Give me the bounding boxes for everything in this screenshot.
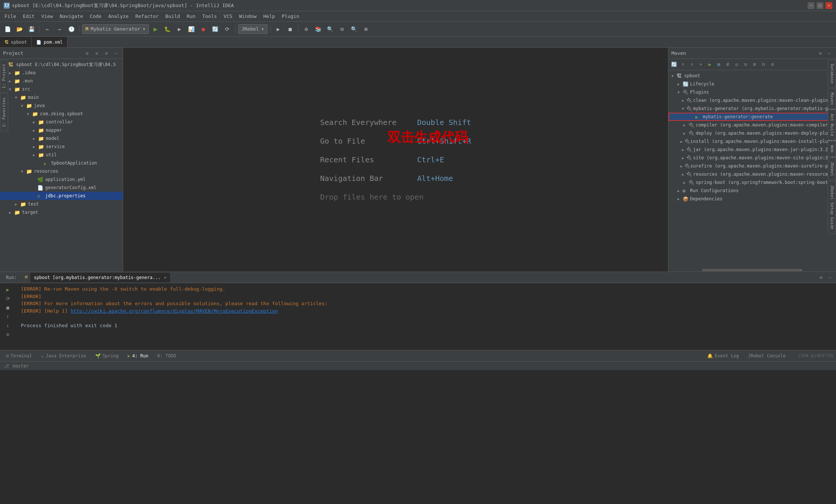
maven-settings-button[interactable]: ⚙ bbox=[817, 50, 824, 57]
open-button[interactable]: 📂 bbox=[14, 24, 25, 34]
project-collapse-all-button[interactable]: ≡ bbox=[93, 50, 100, 57]
tree-item-main[interactable]: ▼ 📁 main bbox=[0, 93, 123, 101]
tree-item-jdbc-props[interactable]: ⚙ jdbc.properties bbox=[0, 192, 123, 200]
footer-tab-java-enterprise[interactable]: ☕ Java Enterprise bbox=[37, 351, 90, 361]
maven-reload-button[interactable]: 🔄 bbox=[670, 60, 678, 69]
maven-item-site[interactable]: ▶ 🔌 site (org.apache.maven.plugins:maven… bbox=[668, 154, 836, 162]
maven-item-run-configs[interactable]: ▶ ⚙ Run Configurations bbox=[668, 187, 836, 195]
footer-tab-jrebel-console[interactable]: JRebel Console bbox=[744, 351, 789, 361]
maven-item-jar[interactable]: ▶ 🔌 jar (org.apache.maven.plugins:maven-… bbox=[668, 145, 836, 154]
maven-item-clean[interactable]: ▶ 🔌 clean (org.apache.maven.plugins:mave… bbox=[668, 96, 836, 104]
bottom-settings-button[interactable]: ⚙ bbox=[817, 274, 825, 281]
footer-tab-event-log[interactable]: 🔔 Event Log bbox=[704, 351, 743, 361]
maven-add-button[interactable]: + bbox=[697, 60, 705, 69]
search-everywhere-button[interactable]: 🔍 bbox=[349, 24, 359, 34]
run-tab-close-icon[interactable]: ✕ bbox=[164, 275, 166, 280]
restore-button[interactable]: □ bbox=[817, 2, 823, 9]
maven-item-deps[interactable]: ▶ 📦 Dependencies bbox=[668, 195, 836, 203]
stop-button-console[interactable]: ■ bbox=[4, 303, 12, 312]
side-tab-database[interactable]: Database bbox=[828, 60, 836, 88]
run-with-coverage-button[interactable]: ▶ bbox=[174, 24, 185, 34]
project-gear-button[interactable]: ⚙ bbox=[103, 50, 110, 57]
scroll-down-button[interactable]: ↓ bbox=[4, 321, 12, 329]
tree-item-util[interactable]: ▶ 📁 util bbox=[0, 151, 123, 159]
maven-item-install[interactable]: ▶ 🔌 install (org.apache.maven.plugins:ma… bbox=[668, 137, 836, 145]
bottom-close-button[interactable]: — bbox=[826, 274, 834, 281]
maven-lifecycle-button[interactable]: ≡ bbox=[742, 60, 750, 69]
jrebel-dropdown[interactable]: JRebel ▾ bbox=[238, 24, 268, 34]
side-tab-jrebel[interactable]: JRebel bbox=[828, 157, 836, 181]
close-button[interactable]: ✕ bbox=[826, 2, 832, 9]
maven-item-resources[interactable]: ▶ 🔌 resources (org.apache.maven.plugins:… bbox=[668, 170, 836, 178]
maven-expand-button[interactable]: ⊞ bbox=[751, 60, 759, 69]
menu-window[interactable]: Window bbox=[236, 12, 260, 20]
wrap-output-button[interactable]: ≡ bbox=[4, 330, 12, 338]
stop-process-button[interactable]: ■ bbox=[285, 24, 296, 34]
settings-button[interactable]: ⚙ bbox=[301, 24, 312, 34]
terminal-button[interactable]: ⊡ bbox=[337, 24, 347, 34]
project-settings-button[interactable]: ⚙ bbox=[83, 50, 91, 57]
run-button-console[interactable]: ▶ bbox=[4, 285, 12, 294]
maven-download-src-button[interactable]: ⬇ bbox=[688, 60, 696, 69]
forward-button[interactable]: → bbox=[54, 24, 65, 34]
maven-item-plugins[interactable]: ▼ 🔌 Plugins bbox=[668, 88, 836, 96]
project-close-button[interactable]: — bbox=[112, 50, 120, 57]
run-button[interactable]: ▶ bbox=[150, 24, 161, 34]
menu-edit[interactable]: Edit bbox=[20, 12, 37, 20]
maven-item-generate[interactable]: ▶ mybatis-generator:generate bbox=[668, 113, 836, 121]
maven-run-button[interactable]: ▶ bbox=[706, 60, 714, 69]
menu-navigate[interactable]: Navigate bbox=[57, 12, 86, 20]
footer-tab-spring[interactable]: 🌱 Spring bbox=[91, 351, 122, 361]
side-tab-favorites[interactable]: 2: Favorites bbox=[0, 93, 8, 131]
side-tab-maven[interactable]: Maven bbox=[828, 88, 836, 109]
maven-toggle-offline-button[interactable]: ◎ bbox=[733, 60, 741, 69]
menu-plugin[interactable]: Plugin bbox=[279, 12, 302, 20]
tree-item-test[interactable]: ▶ 📁 test bbox=[0, 200, 123, 208]
recent-button[interactable]: 🕐 bbox=[66, 24, 77, 34]
footer-tab-run[interactable]: ▶ 4: Run bbox=[124, 351, 152, 361]
tree-item-mapper[interactable]: ▶ 📁 mapper bbox=[0, 126, 123, 134]
tree-item-package[interactable]: ▼ 📁 com.zking.spboot bbox=[0, 110, 123, 118]
run-maven-button[interactable]: ▶ bbox=[273, 24, 284, 34]
maven-close-button[interactable]: — bbox=[826, 50, 833, 57]
maven-m-button[interactable]: m bbox=[715, 60, 723, 69]
tree-item-application-yml[interactable]: 🌿 application.yml bbox=[0, 175, 123, 184]
new-file-button[interactable]: 📄 bbox=[2, 24, 13, 34]
menu-analyze[interactable]: Analyze bbox=[105, 12, 132, 20]
tab-spboot[interactable]: 🏗 spboot bbox=[0, 37, 32, 47]
profile-button[interactable]: 📊 bbox=[186, 24, 197, 34]
tab-pom-xml[interactable]: 📄 pom.xml bbox=[32, 37, 68, 47]
back-button[interactable]: ← bbox=[42, 24, 53, 34]
tree-item-idea[interactable]: ▶ 📁 .idea bbox=[0, 69, 123, 77]
customize-button[interactable]: ⊞ bbox=[361, 24, 371, 34]
menu-file[interactable]: File bbox=[1, 12, 19, 20]
run-config-dropdown[interactable]: M Mybatis Generator ▾ bbox=[82, 24, 149, 34]
tree-item-model[interactable]: ▶ 📁 model bbox=[0, 134, 123, 143]
side-tab-ant-build[interactable]: Ant Build bbox=[828, 110, 836, 140]
maven-item-spboot[interactable]: ▼ 🏗 spboot bbox=[668, 72, 836, 80]
side-tab-project[interactable]: 1: Project bbox=[0, 60, 8, 93]
save-button[interactable]: 💾 bbox=[26, 24, 37, 34]
stop-button[interactable]: ■ bbox=[198, 24, 209, 34]
tree-item-spboot[interactable]: ▼ 🏗 spboot E:\cdl\04.SpringBoot复习课\04.S bbox=[0, 60, 123, 69]
maven-download-button[interactable]: ⬇ bbox=[679, 60, 687, 69]
maven-item-spring-boot[interactable]: ▶ 🔌 spring-boot (org.springframework.boo… bbox=[668, 178, 836, 187]
footer-tab-todo[interactable]: 6: TODO bbox=[154, 351, 180, 361]
tree-item-mvn[interactable]: ▶ 📁 .mvn bbox=[0, 77, 123, 85]
side-tab-web[interactable]: Web bbox=[828, 141, 836, 157]
menu-view[interactable]: View bbox=[38, 12, 56, 20]
tree-item-spboot-app[interactable]: ☕ SpbootApplication bbox=[0, 159, 123, 167]
bottom-tab-run[interactable]: spboot [org.mybatis.generator:mybatis-ge… bbox=[30, 273, 171, 282]
side-tab-jrebel-setup[interactable]: JRebel Setup Guide bbox=[828, 181, 836, 234]
maven-collapse-button[interactable]: ⊟ bbox=[759, 60, 768, 69]
reload-button[interactable]: 🔄 bbox=[210, 24, 221, 34]
menu-tools[interactable]: Tools bbox=[199, 12, 220, 20]
error-help-link[interactable]: http://cwiki.apache.org/confluence/displ… bbox=[71, 308, 278, 314]
scroll-up-button[interactable]: ↑ bbox=[4, 312, 12, 320]
maven-item-mybatis-generator[interactable]: ▼ 🔌 mybatis-generator (org.mybatis.gener… bbox=[668, 104, 836, 113]
maven-skip-tests-button[interactable]: # bbox=[724, 60, 732, 69]
footer-tab-terminal[interactable]: ⊡ Terminal bbox=[2, 351, 36, 361]
reload2-button[interactable]: ⟳ bbox=[222, 24, 233, 34]
tree-item-resources[interactable]: ▼ 📁 resources bbox=[0, 167, 123, 175]
tree-item-service[interactable]: ▶ 📁 service bbox=[0, 143, 123, 151]
